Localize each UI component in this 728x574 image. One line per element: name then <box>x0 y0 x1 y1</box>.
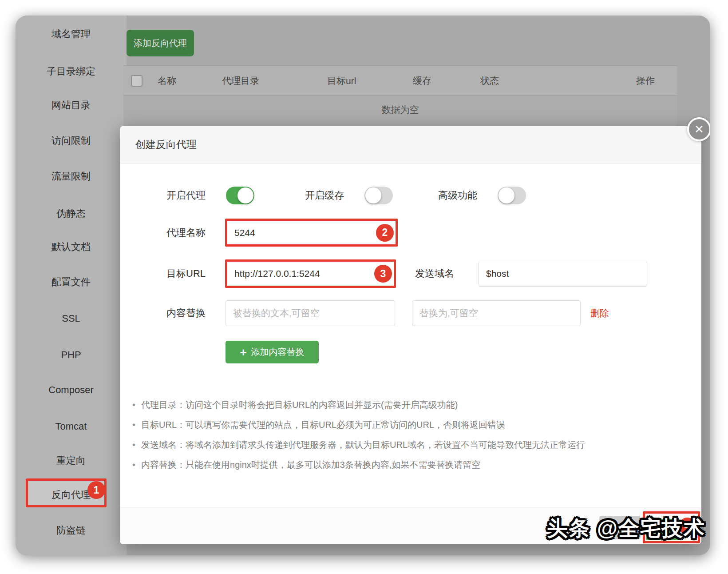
sidebar-item[interactable]: 子目录绑定 <box>16 63 127 80</box>
cancel-button[interactable]: 关闭 <box>599 516 641 539</box>
toggle-switch[interactable] <box>498 187 526 204</box>
column-header: 名称 <box>158 66 176 96</box>
column-header: 缓存 <box>413 66 431 96</box>
sidebar-item[interactable]: 流量限制 <box>16 167 127 185</box>
send-domain-input[interactable] <box>479 261 647 287</box>
target-url-label: 目标URL <box>166 259 206 288</box>
target-url-input[interactable] <box>227 262 394 286</box>
add-reverse-proxy-button[interactable]: 添加反向代理 <box>127 30 194 56</box>
sidebar-item-label: 子目录绑定 <box>47 66 95 77</box>
sidebar: 域名管理子目录绑定网站目录访问限制流量限制伪静态默认文档配置文件SSLPHPCo… <box>16 16 127 555</box>
site-settings-window: 域名管理子目录绑定网站目录访问限制流量限制伪静态默认文档配置文件SSLPHPCo… <box>16 16 710 555</box>
sidebar-item-label: 防盗链 <box>56 525 86 536</box>
help-note: •目标URL：可以填写你需要代理的站点，目标URL必须为可正常访问的URL，否则… <box>132 415 687 435</box>
screenshot-stage: 域名管理子目录绑定网站目录访问限制流量限制伪静态默认文档配置文件SSLPHPCo… <box>0 0 728 574</box>
bullet-icon: • <box>132 440 135 450</box>
bullet-icon: • <box>132 400 135 410</box>
delete-replace-link[interactable]: 删除 <box>590 300 609 326</box>
sidebar-item[interactable]: 域名管理 <box>16 25 127 43</box>
toggle-switch[interactable] <box>364 187 393 204</box>
step-badge-2: 2 <box>376 224 394 242</box>
table-header-row: 名称代理目录目标url缓存状态操作 <box>123 65 677 96</box>
toggle-switch[interactable] <box>226 187 254 204</box>
replace-to-input[interactable] <box>412 300 581 326</box>
column-header: 状态 <box>480 66 499 96</box>
sidebar-item[interactable]: PHP <box>16 346 127 364</box>
toggle-label: 开启代理 <box>166 189 206 202</box>
sidebar-item-label: 访问限制 <box>51 135 91 146</box>
sidebar-item-label: 反向代理 <box>51 489 91 500</box>
help-note-text: 发送域名：将域名添加到请求头传递到代理服务器，默认为目标URL域名，若设置不当可… <box>141 439 585 451</box>
annotation-box-step2: 2 <box>225 219 398 247</box>
sidebar-item[interactable]: 伪静态 <box>16 205 127 223</box>
modal-header: 创建反向代理 <box>120 126 701 163</box>
column-header: 操作 <box>636 66 655 96</box>
help-note: •内容替换：只能在使用nginx时提供，最多可以添加3条替换内容,如果不需要替换… <box>132 455 687 475</box>
annotation-box-step3: 3 <box>225 259 396 288</box>
sidebar-item-label: 网站目录 <box>51 100 91 111</box>
submit-button[interactable]: 提交 <box>646 519 680 540</box>
sidebar-item-label: PHP <box>61 349 81 360</box>
sidebar-item-label: SSL <box>62 313 80 324</box>
modal-title: 创建反向代理 <box>135 138 197 151</box>
close-icon[interactable]: ✕ <box>687 117 710 141</box>
sidebar-item[interactable]: Composer <box>16 381 127 399</box>
step-badge-4: 4 <box>679 518 696 534</box>
sidebar-item[interactable]: Tomcat <box>16 418 127 435</box>
modal-footer: 关闭 提交 4 <box>120 507 701 544</box>
plus-icon: + <box>240 347 246 358</box>
sidebar-item-label: 伪静态 <box>56 208 86 219</box>
sidebar-item[interactable]: 默认文档 <box>16 238 127 256</box>
step-badge-1: 1 <box>87 481 105 499</box>
help-note-text: 目标URL：可以填写你需要代理的站点，目标URL必须为可正常访问的URL，否则将… <box>141 419 505 431</box>
sidebar-item[interactable]: 重定向 <box>16 452 127 470</box>
select-all-checkbox[interactable] <box>131 75 142 87</box>
help-note-text: 内容替换：只能在使用nginx时提供，最多可以添加3条替换内容,如果不需要替换请… <box>141 459 481 471</box>
sidebar-item-label: Tomcat <box>55 421 87 432</box>
sidebar-item[interactable]: SSL <box>16 310 127 327</box>
annotation-box-step4: 提交 4 <box>643 511 700 543</box>
column-header: 代理目录 <box>222 66 259 96</box>
sidebar-item-label: 流量限制 <box>51 171 91 182</box>
sidebar-item[interactable]: 网站目录 <box>16 96 127 114</box>
toggle-group: 高级功能 <box>438 187 526 204</box>
sidebar-item-label: 默认文档 <box>51 241 91 252</box>
column-header: 目标url <box>327 66 356 96</box>
sidebar-item[interactable]: 配置文件 <box>16 273 127 291</box>
create-reverse-proxy-modal: 创建反向代理 ✕ 代理名称 2 目标URL 3 发送域名 内容替换 删除 + <box>120 126 701 544</box>
content-replace-label: 内容替换 <box>166 300 206 326</box>
add-content-replace-label: 添加内容替换 <box>251 346 305 358</box>
sidebar-item-label: 域名管理 <box>51 28 91 40</box>
sidebar-item-label: 配置文件 <box>51 276 91 287</box>
replace-from-input[interactable] <box>226 300 395 326</box>
sidebar-item[interactable]: 访问限制 <box>16 132 127 150</box>
help-note: •发送域名：将域名添加到请求头传递到代理服务器，默认为目标URL域名，若设置不当… <box>132 435 687 455</box>
toggle-label: 高级功能 <box>438 189 477 202</box>
sidebar-item[interactable]: 防盗链 <box>16 522 127 539</box>
add-content-replace-button[interactable]: + 添加内容替换 <box>226 341 319 363</box>
toggle-group: 开启缓存 <box>305 187 393 204</box>
proxy-name-input[interactable] <box>227 221 396 244</box>
step-badge-3: 3 <box>374 265 392 283</box>
bullet-icon: • <box>132 460 135 470</box>
help-note-text: 代理目录：访问这个目录时将会把目标URL的内容返回并显示(需要开启高级功能) <box>141 399 458 411</box>
toggle-group: 开启代理 <box>166 187 254 204</box>
proxy-name-label: 代理名称 <box>166 219 206 247</box>
send-domain-label: 发送域名 <box>415 259 454 288</box>
sidebar-item-label: 重定向 <box>56 455 86 466</box>
sidebar-item[interactable]: 反向代理1 <box>16 486 127 504</box>
help-notes: •代理目录：访问这个目录时将会把目标URL的内容返回并显示(需要开启高级功能)•… <box>132 395 687 475</box>
sidebar-item-label: Composer <box>48 384 93 395</box>
bullet-icon: • <box>132 420 135 430</box>
toggle-label: 开启缓存 <box>305 189 344 202</box>
help-note: •代理目录：访问这个目录时将会把目标URL的内容返回并显示(需要开启高级功能) <box>132 395 687 415</box>
